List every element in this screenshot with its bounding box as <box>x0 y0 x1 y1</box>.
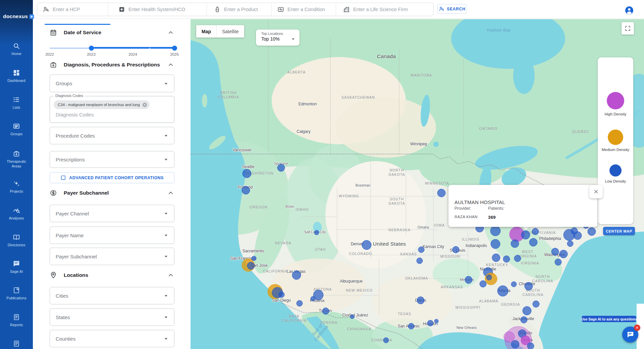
density-bubble-low[interactable] <box>383 338 389 343</box>
density-bubble-low[interactable] <box>521 316 527 323</box>
sidebar-item-reports[interactable]: Reports <box>0 313 33 327</box>
density-bubble-low[interactable] <box>492 254 500 262</box>
search-field-4[interactable]: Enter a Life Science Firm <box>336 3 434 16</box>
fullscreen-button[interactable] <box>622 22 634 35</box>
density-bubble-low[interactable] <box>480 281 486 287</box>
density-bubble-low[interactable] <box>490 226 500 236</box>
sidebar-item-therapeutic-areas[interactable]: Therapeutic Areas <box>0 150 33 169</box>
density-bubble-low[interactable] <box>555 259 561 265</box>
density-bubble-low[interactable] <box>465 276 472 284</box>
map-canvas[interactable]: CanadaUnited StatesHudson BayGulf of Cal… <box>191 19 644 349</box>
search-button[interactable]: SEARCH <box>437 4 467 14</box>
density-bubble-low[interactable] <box>243 169 251 178</box>
map-type-satellite-button[interactable]: Satellite <box>216 25 244 38</box>
search-field-1[interactable]: Enter Health System/HCO <box>108 3 207 16</box>
density-bubble-low[interactable] <box>252 256 256 261</box>
density-bubble-low[interactable] <box>297 300 303 306</box>
density-bubble-low[interactable] <box>311 296 315 301</box>
sidebar-item-lists[interactable]: Lists <box>0 96 33 110</box>
locations-counties-select[interactable]: Counties <box>50 330 174 347</box>
brand-logo[interactable]: docnexus <box>3 13 34 19</box>
density-bubble-low[interactable] <box>486 275 492 280</box>
density-bubble-high[interactable] <box>504 332 515 342</box>
diagnosis-code-chip[interactable]: C34 - malignant neoplasm of bronchus and… <box>54 100 150 109</box>
search-field-0[interactable]: Enter a HCP <box>37 3 108 16</box>
map-type-map-button[interactable]: Map <box>196 25 216 38</box>
density-bubble-low[interactable] <box>588 228 596 236</box>
density-bubble-low[interactable] <box>491 239 500 249</box>
user-avatar[interactable] <box>625 6 634 15</box>
sidebar-item-analyses[interactable]: Analyses <box>0 207 33 220</box>
chip-remove-icon[interactable] <box>142 102 148 108</box>
sidebar-item-projects[interactable]: Projects <box>0 180 33 194</box>
density-bubble-low[interactable] <box>529 238 537 246</box>
density-bubble-low[interactable] <box>322 308 329 314</box>
density-bubble-low[interactable] <box>511 282 517 287</box>
density-bubble-low[interactable] <box>521 231 530 239</box>
density-bubble-low[interactable] <box>567 241 573 247</box>
popup-close-button[interactable] <box>589 185 603 198</box>
chat-close-badge[interactable]: × <box>634 325 640 331</box>
chevron-up-icon[interactable] <box>167 29 174 36</box>
density-bubble-low[interactable] <box>350 315 354 319</box>
locations-states-select[interactable]: States <box>50 308 174 326</box>
density-bubble-low[interactable] <box>527 343 534 349</box>
top-locations-dropdown[interactable]: Top Locations Top 10% <box>256 30 300 46</box>
density-bubble-low[interactable] <box>408 323 414 329</box>
density-bubble-low[interactable] <box>533 301 539 307</box>
advanced-cohort-operations-button[interactable]: ADVANCED PATIENT COHORT OPERATIONS <box>50 172 174 183</box>
slider-handle-start[interactable] <box>89 46 94 51</box>
prescriptions-select[interactable]: Prescriptions <box>50 151 174 168</box>
density-bubble-low[interactable] <box>417 297 424 304</box>
sidebar-item-directories[interactable]: Directories <box>0 234 33 247</box>
density-bubble-low[interactable] <box>418 247 424 253</box>
density-bubble-low[interactable] <box>247 262 255 269</box>
sidebar-item-publications[interactable]: Publications <box>0 287 33 300</box>
locations-cities-select[interactable]: Cities <box>50 287 174 304</box>
sidebar-item-dashboard[interactable]: Dashboard <box>0 69 33 83</box>
slider-handle-end[interactable] <box>172 46 177 51</box>
density-bubble-low[interactable] <box>571 228 578 234</box>
chevron-up-icon[interactable] <box>167 189 174 197</box>
density-bubble-low[interactable] <box>277 164 285 171</box>
diagnosis-codes-field[interactable]: Diagnosis Codes C34 - malignant neoplasm… <box>50 96 174 123</box>
density-bubble-low[interactable] <box>292 271 301 280</box>
density-bubble-low[interactable] <box>523 306 531 315</box>
chevron-up-icon[interactable] <box>167 61 174 68</box>
chevron-up-icon[interactable] <box>167 271 174 279</box>
density-bubble-low[interactable] <box>497 286 508 296</box>
density-bubble-low[interactable] <box>503 256 510 262</box>
density-bubble-low[interactable] <box>242 186 250 194</box>
density-bubble-low[interactable] <box>559 250 568 258</box>
density-bubble-low[interactable] <box>514 255 521 262</box>
density-bubble-low[interactable] <box>525 282 533 290</box>
sage-ai-chat-button[interactable]: × <box>622 327 638 343</box>
map-type-control: Map Satellite <box>196 25 244 38</box>
density-bubble-low[interactable] <box>362 240 371 250</box>
density-bubble-low[interactable] <box>551 248 559 255</box>
payer-payer-channel-select[interactable]: Payer Channel <box>50 205 174 222</box>
procedure-codes-select[interactable]: Procedure Codes <box>50 127 174 144</box>
search-field-3[interactable]: Enter a Condition <box>271 3 336 16</box>
density-bubble-low[interactable] <box>417 258 423 264</box>
density-bubble-low[interactable] <box>314 230 319 235</box>
payer-payer-subchannel-select[interactable]: Payer Subchannel <box>50 248 174 265</box>
sidebar-item-extra[interactable] <box>0 340 33 347</box>
hospital-plus-icon <box>118 6 125 13</box>
density-bubble-low[interactable] <box>511 240 519 248</box>
density-bubble-low[interactable] <box>532 228 539 235</box>
density-bubble-low[interactable] <box>511 340 519 348</box>
sidebar-item-groups[interactable]: Groups <box>0 122 33 136</box>
sidebar-item-home[interactable]: Home <box>0 42 33 56</box>
density-bubble-low[interactable] <box>452 246 459 253</box>
date-range-slider[interactable] <box>50 47 174 49</box>
search-field-2[interactable]: Enter a Product <box>207 3 271 16</box>
center-map-button[interactable]: CENTER MAP <box>603 227 635 235</box>
payer-payer-name-select[interactable]: Payer Name <box>50 227 174 244</box>
density-bubble-low[interactable] <box>434 319 438 323</box>
density-bubble-low[interactable] <box>427 320 433 326</box>
density-bubble-low[interactable] <box>437 189 445 197</box>
density-bubble-low[interactable] <box>278 292 284 298</box>
groups-select[interactable]: Groups <box>50 74 174 92</box>
sidebar-item-sage-ai[interactable]: Sage AI <box>0 260 33 274</box>
